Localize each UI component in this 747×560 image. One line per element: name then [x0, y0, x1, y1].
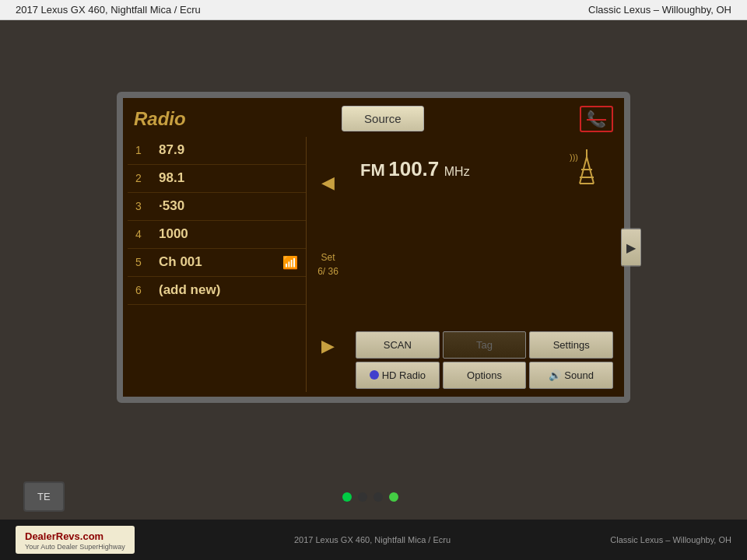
- nav-col: ◀ Set 6/ 36 ▶: [307, 137, 349, 392]
- freq-value: 100.7: [388, 157, 439, 180]
- preset-val-4: 1000: [159, 226, 188, 242]
- set-label: Set: [317, 250, 338, 264]
- phone-icon: 📞: [580, 106, 613, 132]
- screen-inner: Radio Source 📞 1 87.9 2 98.1: [123, 98, 624, 397]
- screen-title: Radio: [134, 108, 186, 130]
- watermark: DealerRevs.com Your Auto Dealer SuperHig…: [16, 526, 135, 554]
- led-4: [389, 492, 398, 502]
- prev-arrow[interactable]: ◀: [321, 174, 335, 191]
- preset-num-5: 5: [135, 256, 148, 268]
- preset-num-2: 2: [135, 172, 148, 184]
- freq-row: FM 100.7 MHz ))): [356, 140, 613, 200]
- preset-num-1: 1: [135, 144, 148, 156]
- source-button[interactable]: Source: [342, 106, 424, 131]
- preset-num-4: 4: [135, 228, 148, 240]
- preset-2[interactable]: 2 98.1: [128, 165, 306, 193]
- settings-button[interactable]: Settings: [529, 331, 613, 359]
- preset-num-6: 6: [135, 284, 148, 296]
- infotainment-screen: Radio Source 📞 1 87.9 2 98.1: [117, 92, 630, 403]
- top-bar: 2017 Lexus GX 460, Nightfall Mica / Ecru…: [0, 0, 747, 20]
- speaker-icon: 🔊: [549, 369, 561, 381]
- led-3: [374, 492, 383, 502]
- preset-1[interactable]: 1 87.9: [128, 137, 306, 165]
- top-bar-right: Classic Lexus – Willoughby, OH: [588, 4, 731, 16]
- bottom-bar: DealerRevs.com Your Auto Dealer SuperHig…: [0, 520, 747, 560]
- center-area: Radio Source 📞 1 87.9 2 98.1: [0, 20, 747, 474]
- next-arrow[interactable]: ▶: [321, 338, 335, 355]
- preset-5[interactable]: 5 Ch 001 📶: [128, 249, 306, 277]
- options-button[interactable]: Options: [443, 362, 527, 389]
- preset-3[interactable]: 3 ·530: [128, 193, 306, 221]
- content-row: 1 87.9 2 98.1 3 ·530 4 1: [128, 137, 619, 392]
- screen-header: Radio Source 📞: [128, 103, 619, 137]
- page-wrapper: 2017 Lexus GX 460, Nightfall Mica / Ecru…: [0, 0, 747, 560]
- preset-val-3: ·530: [159, 198, 184, 214]
- top-bar-left: 2017 Lexus GX 460, Nightfall Mica / Ecru: [16, 4, 201, 16]
- watermark-sub: Your Auto Dealer SuperHighway: [25, 543, 125, 551]
- car-panel: TE: [0, 474, 747, 520]
- hd-radio-button[interactable]: HD Radio: [356, 362, 440, 389]
- sound-button[interactable]: 🔊 Sound: [529, 362, 613, 389]
- freq-band: FM: [360, 160, 385, 180]
- watermark-main: DealerRevs.com: [25, 530, 103, 542]
- hd-dot: [370, 370, 379, 380]
- sound-label: Sound: [564, 369, 594, 381]
- scan-button[interactable]: SCAN: [356, 331, 440, 359]
- led-row: [342, 492, 398, 502]
- hd-radio-label: HD Radio: [382, 369, 426, 381]
- satellite-icon: 📶: [282, 255, 298, 270]
- te-button[interactable]: TE: [23, 481, 65, 512]
- svg-text:))): ))): [570, 152, 578, 162]
- tower-icon: ))): [566, 146, 608, 192]
- led-2: [358, 492, 367, 502]
- set-count: 6/ 36: [317, 264, 338, 278]
- bottom-caption-left: 2017 Lexus GX 460, Nightfall Mica / Ecru: [294, 535, 451, 544]
- scroll-arrow[interactable]: ▶: [621, 228, 641, 266]
- tag-button[interactable]: Tag: [443, 331, 527, 359]
- bottom-caption-right: Classic Lexus – Willoughby, OH: [610, 535, 731, 544]
- freq-display: FM 100.7 MHz: [360, 157, 470, 181]
- preset-val-2: 98.1: [159, 170, 184, 186]
- preset-4[interactable]: 4 1000: [128, 221, 306, 249]
- preset-val-5: Ch 001: [159, 254, 202, 270]
- preset-num-3: 3: [135, 200, 148, 212]
- preset-val-1: 87.9: [159, 142, 184, 158]
- presets-panel: 1 87.9 2 98.1 3 ·530 4 1: [128, 137, 307, 392]
- preset-6[interactable]: 6 (add new): [128, 277, 306, 305]
- freq-unit: MHz: [444, 165, 470, 178]
- buttons-grid: SCAN Tag Settings HD Radio Options 🔊 Sou…: [356, 331, 613, 389]
- preset-val-6: (add new): [159, 282, 220, 298]
- led-1: [342, 492, 352, 502]
- info-col: FM 100.7 MHz ))): [349, 137, 619, 392]
